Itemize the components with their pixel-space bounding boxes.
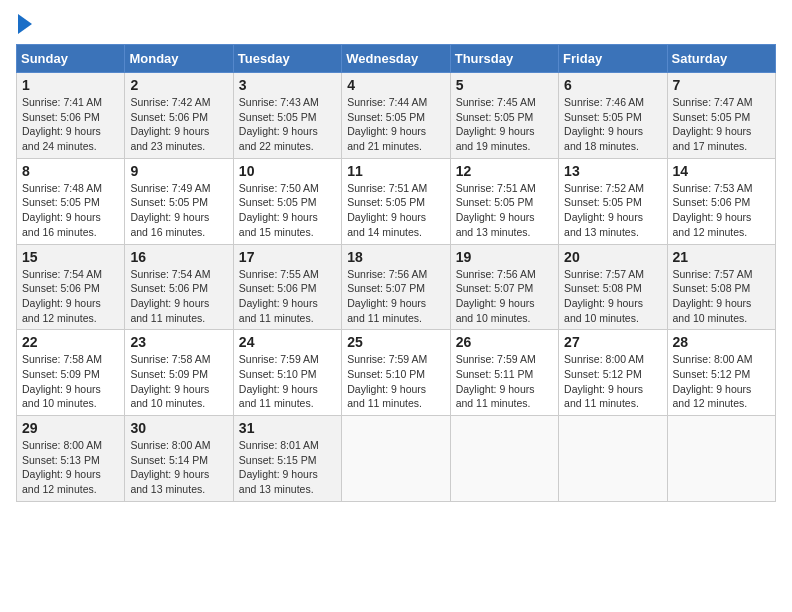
day-detail: Sunrise: 7:51 AMSunset: 5:05 PMDaylight:… xyxy=(456,181,553,240)
logo-arrow-icon xyxy=(18,14,32,34)
calendar-cell: 13Sunrise: 7:52 AMSunset: 5:05 PMDayligh… xyxy=(559,158,667,244)
header xyxy=(16,16,776,34)
day-number: 20 xyxy=(564,249,661,265)
day-detail: Sunrise: 8:00 AMSunset: 5:12 PMDaylight:… xyxy=(564,352,661,411)
calendar-cell: 7Sunrise: 7:47 AMSunset: 5:05 PMDaylight… xyxy=(667,73,775,159)
day-number: 5 xyxy=(456,77,553,93)
day-of-week-header: Monday xyxy=(125,45,233,73)
calendar-cell: 14Sunrise: 7:53 AMSunset: 5:06 PMDayligh… xyxy=(667,158,775,244)
calendar-week-row: 1Sunrise: 7:41 AMSunset: 5:06 PMDaylight… xyxy=(17,73,776,159)
calendar-cell: 27Sunrise: 8:00 AMSunset: 5:12 PMDayligh… xyxy=(559,330,667,416)
calendar-cell: 28Sunrise: 8:00 AMSunset: 5:12 PMDayligh… xyxy=(667,330,775,416)
calendar-cell: 4Sunrise: 7:44 AMSunset: 5:05 PMDaylight… xyxy=(342,73,450,159)
day-detail: Sunrise: 7:54 AMSunset: 5:06 PMDaylight:… xyxy=(22,267,119,326)
day-number: 28 xyxy=(673,334,770,350)
calendar-cell: 20Sunrise: 7:57 AMSunset: 5:08 PMDayligh… xyxy=(559,244,667,330)
day-number: 10 xyxy=(239,163,336,179)
day-number: 22 xyxy=(22,334,119,350)
calendar-cell: 9Sunrise: 7:49 AMSunset: 5:05 PMDaylight… xyxy=(125,158,233,244)
calendar-cell: 25Sunrise: 7:59 AMSunset: 5:10 PMDayligh… xyxy=(342,330,450,416)
day-number: 18 xyxy=(347,249,444,265)
day-detail: Sunrise: 7:46 AMSunset: 5:05 PMDaylight:… xyxy=(564,95,661,154)
day-detail: Sunrise: 7:42 AMSunset: 5:06 PMDaylight:… xyxy=(130,95,227,154)
day-detail: Sunrise: 7:58 AMSunset: 5:09 PMDaylight:… xyxy=(22,352,119,411)
day-number: 16 xyxy=(130,249,227,265)
day-detail: Sunrise: 8:00 AMSunset: 5:13 PMDaylight:… xyxy=(22,438,119,497)
calendar-cell: 17Sunrise: 7:55 AMSunset: 5:06 PMDayligh… xyxy=(233,244,341,330)
day-number: 24 xyxy=(239,334,336,350)
calendar-cell: 12Sunrise: 7:51 AMSunset: 5:05 PMDayligh… xyxy=(450,158,558,244)
day-detail: Sunrise: 7:45 AMSunset: 5:05 PMDaylight:… xyxy=(456,95,553,154)
day-of-week-header: Friday xyxy=(559,45,667,73)
calendar-header-row: SundayMondayTuesdayWednesdayThursdayFrid… xyxy=(17,45,776,73)
calendar-table: SundayMondayTuesdayWednesdayThursdayFrid… xyxy=(16,44,776,502)
calendar-cell: 2Sunrise: 7:42 AMSunset: 5:06 PMDaylight… xyxy=(125,73,233,159)
calendar-cell: 8Sunrise: 7:48 AMSunset: 5:05 PMDaylight… xyxy=(17,158,125,244)
day-number: 27 xyxy=(564,334,661,350)
calendar-cell: 24Sunrise: 7:59 AMSunset: 5:10 PMDayligh… xyxy=(233,330,341,416)
day-of-week-header: Tuesday xyxy=(233,45,341,73)
day-detail: Sunrise: 7:56 AMSunset: 5:07 PMDaylight:… xyxy=(347,267,444,326)
day-number: 1 xyxy=(22,77,119,93)
calendar-cell xyxy=(450,416,558,502)
day-number: 17 xyxy=(239,249,336,265)
day-detail: Sunrise: 7:57 AMSunset: 5:08 PMDaylight:… xyxy=(673,267,770,326)
calendar-cell: 19Sunrise: 7:56 AMSunset: 5:07 PMDayligh… xyxy=(450,244,558,330)
calendar-cell xyxy=(342,416,450,502)
day-detail: Sunrise: 7:49 AMSunset: 5:05 PMDaylight:… xyxy=(130,181,227,240)
day-number: 6 xyxy=(564,77,661,93)
day-number: 25 xyxy=(347,334,444,350)
day-detail: Sunrise: 7:47 AMSunset: 5:05 PMDaylight:… xyxy=(673,95,770,154)
day-detail: Sunrise: 7:57 AMSunset: 5:08 PMDaylight:… xyxy=(564,267,661,326)
day-number: 13 xyxy=(564,163,661,179)
day-detail: Sunrise: 7:59 AMSunset: 5:10 PMDaylight:… xyxy=(239,352,336,411)
day-number: 21 xyxy=(673,249,770,265)
calendar-cell: 22Sunrise: 7:58 AMSunset: 5:09 PMDayligh… xyxy=(17,330,125,416)
day-number: 29 xyxy=(22,420,119,436)
day-number: 15 xyxy=(22,249,119,265)
day-of-week-header: Sunday xyxy=(17,45,125,73)
calendar-week-row: 8Sunrise: 7:48 AMSunset: 5:05 PMDaylight… xyxy=(17,158,776,244)
day-detail: Sunrise: 8:00 AMSunset: 5:14 PMDaylight:… xyxy=(130,438,227,497)
calendar-cell: 30Sunrise: 8:00 AMSunset: 5:14 PMDayligh… xyxy=(125,416,233,502)
calendar-cell: 29Sunrise: 8:00 AMSunset: 5:13 PMDayligh… xyxy=(17,416,125,502)
day-detail: Sunrise: 8:00 AMSunset: 5:12 PMDaylight:… xyxy=(673,352,770,411)
day-number: 26 xyxy=(456,334,553,350)
calendar-week-row: 29Sunrise: 8:00 AMSunset: 5:13 PMDayligh… xyxy=(17,416,776,502)
day-of-week-header: Saturday xyxy=(667,45,775,73)
calendar-cell: 31Sunrise: 8:01 AMSunset: 5:15 PMDayligh… xyxy=(233,416,341,502)
day-detail: Sunrise: 7:54 AMSunset: 5:06 PMDaylight:… xyxy=(130,267,227,326)
calendar-week-row: 22Sunrise: 7:58 AMSunset: 5:09 PMDayligh… xyxy=(17,330,776,416)
day-detail: Sunrise: 7:41 AMSunset: 5:06 PMDaylight:… xyxy=(22,95,119,154)
calendar-cell: 5Sunrise: 7:45 AMSunset: 5:05 PMDaylight… xyxy=(450,73,558,159)
day-detail: Sunrise: 7:43 AMSunset: 5:05 PMDaylight:… xyxy=(239,95,336,154)
day-number: 9 xyxy=(130,163,227,179)
calendar-cell: 15Sunrise: 7:54 AMSunset: 5:06 PMDayligh… xyxy=(17,244,125,330)
calendar-cell xyxy=(559,416,667,502)
day-number: 11 xyxy=(347,163,444,179)
day-number: 8 xyxy=(22,163,119,179)
day-detail: Sunrise: 7:48 AMSunset: 5:05 PMDaylight:… xyxy=(22,181,119,240)
day-detail: Sunrise: 7:59 AMSunset: 5:10 PMDaylight:… xyxy=(347,352,444,411)
day-number: 23 xyxy=(130,334,227,350)
calendar-cell: 6Sunrise: 7:46 AMSunset: 5:05 PMDaylight… xyxy=(559,73,667,159)
day-detail: Sunrise: 7:52 AMSunset: 5:05 PMDaylight:… xyxy=(564,181,661,240)
day-detail: Sunrise: 7:58 AMSunset: 5:09 PMDaylight:… xyxy=(130,352,227,411)
day-number: 31 xyxy=(239,420,336,436)
calendar-cell: 21Sunrise: 7:57 AMSunset: 5:08 PMDayligh… xyxy=(667,244,775,330)
calendar-cell: 23Sunrise: 7:58 AMSunset: 5:09 PMDayligh… xyxy=(125,330,233,416)
calendar-cell: 18Sunrise: 7:56 AMSunset: 5:07 PMDayligh… xyxy=(342,244,450,330)
calendar-cell: 1Sunrise: 7:41 AMSunset: 5:06 PMDaylight… xyxy=(17,73,125,159)
day-detail: Sunrise: 7:55 AMSunset: 5:06 PMDaylight:… xyxy=(239,267,336,326)
logo xyxy=(16,16,32,34)
day-number: 14 xyxy=(673,163,770,179)
calendar-cell: 3Sunrise: 7:43 AMSunset: 5:05 PMDaylight… xyxy=(233,73,341,159)
day-number: 12 xyxy=(456,163,553,179)
day-detail: Sunrise: 7:53 AMSunset: 5:06 PMDaylight:… xyxy=(673,181,770,240)
calendar-week-row: 15Sunrise: 7:54 AMSunset: 5:06 PMDayligh… xyxy=(17,244,776,330)
day-detail: Sunrise: 8:01 AMSunset: 5:15 PMDaylight:… xyxy=(239,438,336,497)
calendar-cell: 10Sunrise: 7:50 AMSunset: 5:05 PMDayligh… xyxy=(233,158,341,244)
day-of-week-header: Wednesday xyxy=(342,45,450,73)
day-detail: Sunrise: 7:59 AMSunset: 5:11 PMDaylight:… xyxy=(456,352,553,411)
day-detail: Sunrise: 7:44 AMSunset: 5:05 PMDaylight:… xyxy=(347,95,444,154)
